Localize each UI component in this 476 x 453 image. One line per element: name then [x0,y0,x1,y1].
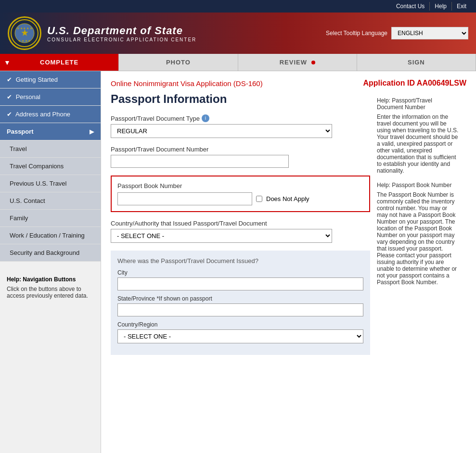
content-area: Online Nonimmigrant Visa Application (DS… [101,71,476,453]
language-label: Select Tooltip Language [326,30,387,37]
doc-type-section: Passport/Travel Document Type i REGULAR … [111,114,370,138]
country-region-field: Country/Region - SELECT ONE - [117,321,363,343]
sidebar-help-text: Click on the buttons above to access pre… [7,286,94,299]
country-region-label: Country/Region [117,321,363,328]
help-section-2: Help: Passport Book Number The Passport … [377,182,460,286]
passport-book-section: Passport Book Number Does Not Apply [111,176,370,212]
language-select[interactable]: ENGLISH SPANISH FRENCH CHINESE ARABIC [391,27,468,39]
sidebar-item-address-phone[interactable]: ✔ Address and Phone [0,106,101,123]
issued-where-section: Where was the Passport/Travel Document I… [111,251,370,355]
sidebar: ✔ Getting Started ✔ Personal ✔ Address a… [0,71,101,453]
header-left: ★ ★ ★ ★ ★ ★ ★ ★ ★ ★ U.S. Department of S… [8,16,196,50]
sidebar-item-family[interactable]: Family [0,210,101,227]
country-region-select[interactable]: - SELECT ONE - [117,329,363,343]
doc-type-select[interactable]: REGULAR OFFICIAL DIPLOMATIC LAISSEZ-PASS… [111,124,332,138]
help-heading-2: Help: Passport Book Number [377,182,460,189]
help-text-1: Enter the information on the travel docu… [377,113,460,174]
app-id: Application ID AA00649LSW [363,79,466,88]
state-field: State/Province *If shown on passport [117,295,363,316]
book-number-label: Passport Book Number [117,182,363,189]
nav-tabs: ▼ COMPLETE PHOTO REVIEW SIGN [0,54,476,71]
help-heading-1: Help: Passport/Travel Document Number [377,97,460,111]
header-title: U.S. Department of State CONSULAR ELECTR… [47,25,196,42]
country-issued-section: Country/Authority that Issued Passport/T… [111,220,370,243]
help-section-1: Help: Passport/Travel Document Number En… [377,97,460,174]
sidebar-help: Help: Navigation Buttons Click on the bu… [0,271,101,304]
sidebar-item-getting-started[interactable]: ✔ Getting Started [0,71,101,88]
dept-subtitle: CONSULAR ELECTRONIC APPLICATION CENTER [47,37,196,42]
check-icon: ✔ [7,76,12,83]
form-area: Passport Information Passport/Travel Doc… [111,92,370,363]
country-issued-label: Country/Authority that Issued Passport/T… [111,220,370,227]
state-input[interactable] [117,303,363,316]
sidebar-help-title: Help: Navigation Buttons [7,276,94,283]
sidebar-item-travel-companions[interactable]: Travel Companions [0,158,101,175]
page-title: Passport Information [111,92,370,106]
dept-name: U.S. Department of State [47,25,196,37]
doc-number-section: Passport/Travel Document Number [111,146,370,168]
tab-sign[interactable]: SIGN [357,54,476,71]
tab-photo[interactable]: PHOTO [119,54,238,71]
help-text-2: The Passport Book Number is commonly cal… [377,191,460,286]
doc-type-info-icon[interactable]: i [202,114,209,122]
doc-type-label: Passport/Travel Document Type i [111,114,370,122]
svg-text:★ ★ ★ ★ ★: ★ ★ ★ ★ ★ [17,27,32,30]
help-link[interactable]: Help [430,2,452,11]
does-not-apply-label: Does Not Apply [266,195,309,202]
book-number-input[interactable] [117,192,252,205]
doc-number-input[interactable] [111,155,289,168]
sidebar-item-work-education[interactable]: Work / Education / Training [0,227,101,244]
exit-link[interactable]: Exit [452,2,471,11]
sidebar-item-previous-travel[interactable]: Previous U.S. Travel [0,175,101,192]
sidebar-item-personal[interactable]: ✔ Personal [0,88,101,106]
check-icon: ✔ [7,111,12,118]
dos-logo: ★ ★ ★ ★ ★ ★ ★ ★ ★ ★ [8,16,41,50]
contact-us-link[interactable]: Contact Us [391,2,430,11]
top-bar: Contact Us Help Exit [0,0,476,13]
sidebar-item-us-contact[interactable]: U.S. Contact [0,192,101,210]
svg-text:★: ★ [21,29,28,37]
city-label: City [117,269,363,276]
tab-review[interactable]: REVIEW [238,54,357,71]
issued-where-label: Where was the Passport/Travel Document I… [117,257,363,264]
sidebar-item-security-background[interactable]: Security and Background [0,244,101,262]
arrow-icon: ▶ [90,128,94,135]
doc-number-label: Passport/Travel Document Number [111,146,370,153]
city-field: City [117,269,363,290]
app-header: Online Nonimmigrant Visa Application (DS… [111,79,466,88]
tab-arrow-complete: ▼ [4,59,11,66]
city-input[interactable] [117,277,363,290]
sidebar-item-passport[interactable]: Passport ▶ [0,123,101,140]
svg-text:★ ★ ★ ★: ★ ★ ★ ★ [18,39,30,42]
help-panel: Help: Passport/Travel Document Number En… [370,92,466,363]
main-layout: ✔ Getting Started ✔ Personal ✔ Address a… [0,71,476,453]
content-with-help: Passport Information Passport/Travel Doc… [111,92,466,363]
check-icon: ✔ [7,93,12,101]
review-dot [311,61,315,64]
header-right: Select Tooltip Language ENGLISH SPANISH … [326,27,468,39]
country-issued-select[interactable]: - SELECT ONE - [111,229,332,243]
does-not-apply-checkbox[interactable] [256,196,262,202]
book-number-row: Does Not Apply [117,192,363,205]
tab-complete[interactable]: ▼ COMPLETE [0,54,119,71]
app-id-value: AA00649LSW [417,79,466,87]
app-title: Online Nonimmigrant Visa Application (DS… [111,79,263,88]
state-label: State/Province *If shown on passport [117,295,363,302]
header: ★ ★ ★ ★ ★ ★ ★ ★ ★ ★ U.S. Department of S… [0,13,476,54]
sidebar-item-travel[interactable]: Travel [0,140,101,158]
